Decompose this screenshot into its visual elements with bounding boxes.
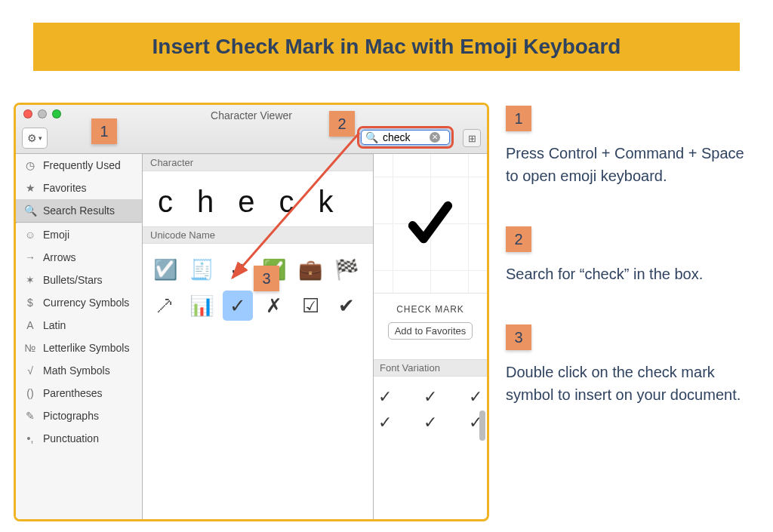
sidebar-item[interactable]: 🔍Search Results [16, 199, 142, 222]
result-cell[interactable]: ⸕ [150, 291, 180, 321]
search-icon: 🔍 [365, 131, 378, 143]
preview-glyph [374, 154, 487, 294]
sidebar-icon: ✎ [23, 410, 37, 422]
font-variation-cell[interactable]: ✓ [369, 387, 401, 407]
sidebar-item[interactable]: ✎Pictographs [16, 404, 142, 427]
character-header: Character [143, 154, 373, 171]
sidebar-icon: ★ [23, 182, 37, 194]
instruction-badge-3: 3 [506, 324, 531, 350]
sidebar-icon: № [23, 342, 37, 354]
sidebar-item[interactable]: ☺Emoji [16, 223, 142, 246]
character-viewer-window: ⚙▾ Character Viewer 🔍 ✕ ⊞ ◷Frequently Us… [14, 103, 489, 521]
result-cell[interactable]: ☑️ [150, 254, 180, 284]
search-input[interactable] [381, 131, 427, 144]
sidebar-item-label: Bullets/Stars [43, 274, 103, 286]
results-pane: Character check Unicode Name ☑️🧾✓✅💼🏁⸕📊✓✗… [143, 154, 374, 519]
font-variation-cell[interactable]: ✓ [460, 387, 489, 407]
grid-toggle-button[interactable]: ⊞ [463, 129, 481, 147]
font-variation-cell[interactable]: ✓ [369, 413, 401, 432]
sidebar-item-label: Arrows [43, 251, 76, 263]
sidebar-item-label: Frequently Used [43, 159, 121, 171]
instruction-text-2: Search for “check” in the box. [506, 263, 759, 285]
result-cell[interactable]: ☑ [295, 291, 325, 321]
sidebar-item-label: Emoji [43, 229, 69, 241]
annotation-badge-1: 1 [91, 118, 117, 144]
search-field-highlight: 🔍 ✕ [357, 126, 454, 149]
instruction-text-1: Press Control + Command + Space to open … [506, 142, 759, 187]
sidebar-item-label: Search Results [43, 204, 115, 217]
clear-icon[interactable]: ✕ [430, 132, 440, 143]
sidebar-icon: ✶ [23, 274, 37, 286]
instruction-column: 1 Press Control + Command + Space to ope… [506, 103, 759, 521]
result-cell[interactable]: 🧾 [186, 254, 217, 284]
gear-dropdown[interactable]: ⚙▾ [22, 128, 48, 149]
result-cell[interactable]: ✗ [259, 291, 289, 321]
font-variation-grid: ✓✓✓✓✓✓ [374, 377, 487, 432]
result-cell[interactable]: 🏁 [331, 254, 362, 284]
sidebar-item-label: Math Symbols [43, 364, 110, 377]
sidebar-item[interactable]: №Letterlike Symbols [16, 337, 142, 359]
sidebar-icon: () [23, 387, 37, 399]
gear-icon: ⚙ [27, 132, 37, 144]
sidebar-item[interactable]: ★Favorites [16, 177, 142, 199]
sidebar-icon: 🔍 [23, 204, 37, 217]
character-glyphs: check [143, 171, 373, 226]
instruction-badge-1: 1 [506, 106, 531, 131]
sidebar-item-label: Favorites [43, 182, 87, 194]
window-title: Character Viewer [16, 109, 487, 121]
sidebar-item-label: Pictographs [43, 410, 99, 422]
window-titlebar: ⚙▾ Character Viewer 🔍 ✕ ⊞ [16, 105, 487, 154]
sidebar-icon: ◷ [23, 159, 37, 171]
check-mark-icon [404, 193, 457, 254]
search-field[interactable]: 🔍 ✕ [361, 130, 450, 145]
info-pane: CHECK MARK Add to Favorites Font Variati… [374, 154, 487, 519]
sidebar-icon: $ [23, 297, 37, 309]
sidebar-item[interactable]: •,Punctuation [16, 427, 142, 450]
sidebar-item[interactable]: ✶Bullets/Stars [16, 269, 142, 291]
character-name: CHECK MARK [396, 304, 464, 315]
sidebar-item[interactable]: √Math Symbols [16, 359, 142, 382]
instruction-text-3: Double click on the check mark symbol to… [506, 361, 759, 406]
result-cell[interactable]: 💼 [295, 254, 325, 284]
add-to-favorites-button[interactable]: Add to Favorites [388, 322, 473, 340]
font-variation-cell[interactable]: ✓ [414, 413, 446, 432]
unicode-name-header: Unicode Name [143, 226, 373, 244]
sidebar-item-label: Letterlike Symbols [43, 342, 129, 354]
sidebar-item-label: Parentheses [43, 387, 103, 399]
result-cell[interactable]: ✔ [331, 291, 362, 321]
sidebar-icon: •, [23, 432, 37, 444]
font-variation-header: Font Variation [374, 359, 487, 377]
font-variation-cell[interactable]: ✓ [414, 387, 446, 407]
scrollbar-thumb[interactable] [479, 411, 485, 441]
instruction-badge-2: 2 [506, 226, 531, 252]
sidebar-item[interactable]: ()Parentheses [16, 382, 142, 404]
sidebar-item-label: Punctuation [43, 432, 99, 444]
sidebar-item[interactable]: ◷Frequently Used [16, 154, 142, 177]
sidebar-icon: A [23, 319, 37, 331]
annotation-badge-3: 3 [254, 266, 279, 291]
sidebar-item[interactable]: →Arrows [16, 246, 142, 269]
result-cell[interactable]: ✓ [223, 291, 253, 321]
result-cell[interactable]: 📊 [186, 291, 217, 321]
sidebar-item-label: Currency Symbols [43, 297, 129, 309]
page-title: Insert Check Mark in Mac with Emoji Keyb… [33, 23, 740, 71]
sidebar-icon: ☺ [23, 229, 37, 241]
sidebar-item[interactable]: $Currency Symbols [16, 291, 142, 314]
category-sidebar: ◷Frequently Used★Favorites🔍Search Result… [16, 154, 143, 519]
sidebar-item-label: Latin [43, 319, 66, 331]
sidebar-item[interactable]: ALatin [16, 314, 142, 337]
result-cell[interactable]: ✓ [223, 254, 253, 284]
sidebar-icon: √ [23, 364, 37, 377]
annotation-badge-2: 2 [329, 111, 355, 137]
sidebar-icon: → [23, 251, 37, 263]
